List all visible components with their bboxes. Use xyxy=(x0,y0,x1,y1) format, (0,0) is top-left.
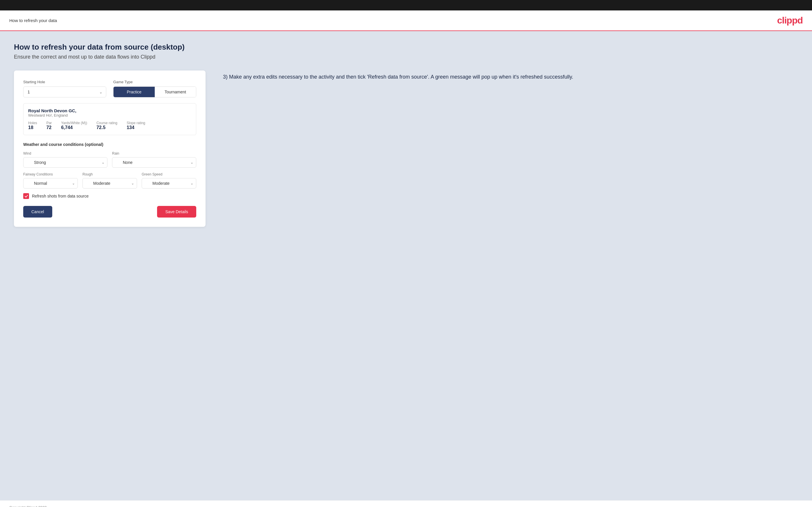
page-heading: How to refresh your data from source (de… xyxy=(14,43,798,52)
game-type-toggle: Practice Tournament xyxy=(113,87,196,98)
rough-wrapper: 🌱 Moderate Light Heavy ⌄ xyxy=(83,178,137,188)
rain-wrapper: ☀️ None Light Heavy ⌄ xyxy=(112,157,196,168)
game-type-group: Game Type Practice Tournament xyxy=(113,80,196,98)
form-panel: Starting Hole 1 10 ⌄ Game Type Practice … xyxy=(14,70,206,227)
rain-group: Rain ☀️ None Light Heavy ⌄ xyxy=(112,152,196,168)
wind-label: Wind xyxy=(23,152,107,156)
refresh-checkbox-label: Refresh shots from data source xyxy=(32,194,89,199)
rough-select[interactable]: Moderate Light Heavy xyxy=(83,178,137,188)
green-speed-arrow-icon: ⌄ xyxy=(191,181,193,185)
content-area: Starting Hole 1 10 ⌄ Game Type Practice … xyxy=(14,70,798,227)
side-description-text: 3) Make any extra edits necessary to the… xyxy=(223,73,798,81)
stat-yards-label: Yards/White (M)) xyxy=(61,121,87,125)
stat-course-rating-label: Course rating xyxy=(96,121,117,125)
green-speed-select[interactable]: Moderate Slow Fast xyxy=(142,178,196,188)
wind-select[interactable]: Strong None Light Moderate xyxy=(23,157,107,168)
stat-par-value: 72 xyxy=(46,125,52,130)
rough-label: Rough xyxy=(83,172,137,176)
rough-group: Rough 🌱 Moderate Light Heavy ⌄ xyxy=(83,172,137,188)
fairway-group: Fairway Conditions 🌿 Normal Soft Hard ⌄ xyxy=(23,172,78,188)
stat-holes: Holes 18 xyxy=(28,121,37,130)
stat-course-rating-value: 72.5 xyxy=(96,125,117,130)
checkbox-row: Refresh shots from data source xyxy=(23,193,196,199)
rain-label: Rain xyxy=(112,152,196,156)
page-subheading: Ensure the correct and most up to date d… xyxy=(14,54,798,60)
copyright-text: Copyright Clippd 2022 xyxy=(9,505,47,507)
header: How to refresh your data clippd xyxy=(0,10,812,31)
stat-course-rating: Course rating 72.5 xyxy=(96,121,117,130)
main-content: How to refresh your data from source (de… xyxy=(0,31,812,500)
rough-arrow-icon: ⌄ xyxy=(131,181,134,185)
wind-wrapper: 💨 Strong None Light Moderate ⌄ xyxy=(23,157,107,168)
footer: Copyright Clippd 2022 xyxy=(0,500,812,507)
starting-hole-label: Starting Hole xyxy=(23,80,106,84)
green-speed-label: Green Speed xyxy=(142,172,196,176)
side-description: 3) Make any extra edits necessary to the… xyxy=(223,70,798,81)
stat-holes-label: Holes xyxy=(28,121,37,125)
stat-yards: Yards/White (M)) 6,744 xyxy=(61,121,87,130)
game-type-label: Game Type xyxy=(113,80,196,84)
fairway-wrapper: 🌿 Normal Soft Hard ⌄ xyxy=(23,178,78,188)
rain-arrow-icon: ⌄ xyxy=(191,160,193,164)
stat-par-label: Par xyxy=(46,121,52,125)
fairway-arrow-icon: ⌄ xyxy=(72,181,75,185)
course-info: Royal North Devon GC, Westward Ho!, Engl… xyxy=(23,103,196,135)
fairway-label: Fairway Conditions xyxy=(23,172,78,176)
green-speed-group: Green Speed 🎯 Moderate Slow Fast ⌄ xyxy=(142,172,196,188)
starting-hole-group: Starting Hole 1 10 ⌄ xyxy=(23,80,106,98)
refresh-checkbox[interactable] xyxy=(23,193,29,199)
wind-group: Wind 💨 Strong None Light Moderate ⌄ xyxy=(23,152,107,168)
stat-slope-rating-label: Slope rating xyxy=(126,121,145,125)
practice-button[interactable]: Practice xyxy=(113,87,155,97)
green-speed-wrapper: 🎯 Moderate Slow Fast ⌄ xyxy=(142,178,196,188)
button-row: Cancel Save Details xyxy=(23,206,196,218)
conditions-grid-bottom: Fairway Conditions 🌿 Normal Soft Hard ⌄ … xyxy=(23,172,196,188)
stat-slope-rating-value: 134 xyxy=(126,125,145,130)
conditions-title: Weather and course conditions (optional) xyxy=(23,142,196,147)
stat-holes-value: 18 xyxy=(28,125,37,130)
course-name: Royal North Devon GC, xyxy=(28,108,191,113)
fairway-select[interactable]: Normal Soft Hard xyxy=(23,178,78,188)
stat-yards-value: 6,744 xyxy=(61,125,87,130)
starting-hole-select[interactable]: 1 10 xyxy=(23,87,106,97)
top-form-row: Starting Hole 1 10 ⌄ Game Type Practice … xyxy=(23,80,196,98)
stat-slope-rating: Slope rating 134 xyxy=(126,121,145,130)
top-bar xyxy=(0,0,812,10)
rain-select[interactable]: None Light Heavy xyxy=(112,157,196,168)
save-button[interactable]: Save Details xyxy=(157,206,196,218)
course-location: Westward Ho!, England xyxy=(28,113,191,117)
wind-arrow-icon: ⌄ xyxy=(102,160,104,164)
cancel-button[interactable]: Cancel xyxy=(23,206,52,218)
starting-hole-wrapper: 1 10 ⌄ xyxy=(23,87,106,98)
tournament-button[interactable]: Tournament xyxy=(155,87,196,97)
header-title: How to refresh your data xyxy=(9,18,57,23)
stat-par: Par 72 xyxy=(46,121,52,130)
logo: clippd xyxy=(777,15,803,26)
checkmark-icon xyxy=(24,194,28,198)
course-stats: Holes 18 Par 72 Yards/White (M)) 6,744 C… xyxy=(28,121,191,130)
conditions-grid-top: Wind 💨 Strong None Light Moderate ⌄ Rain xyxy=(23,152,196,168)
